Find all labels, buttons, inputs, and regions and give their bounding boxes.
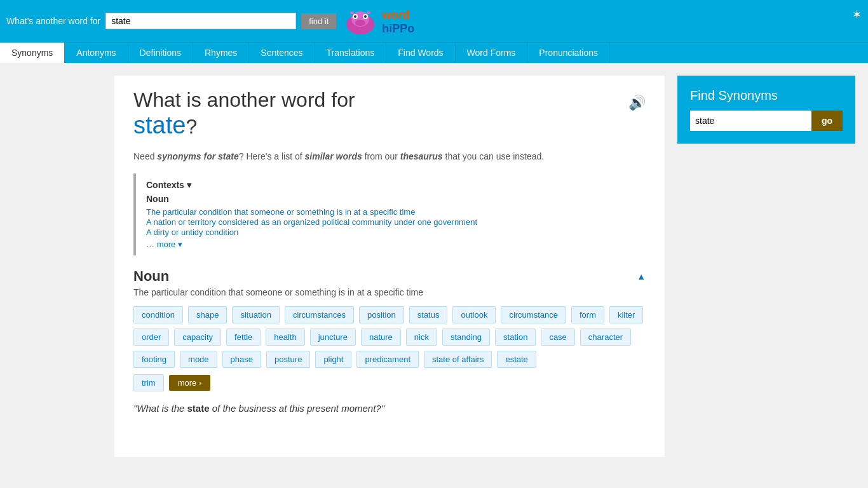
tag-position[interactable]: position (359, 306, 404, 323)
sidebar: Find Synonyms go (677, 76, 855, 457)
tag-health[interactable]: health (266, 329, 304, 346)
tag-circumstances[interactable]: circumstances (285, 306, 354, 323)
search-label: What's another word for (6, 16, 100, 26)
more-button[interactable]: more › (169, 375, 211, 391)
desc-bold3: thesaurus (400, 151, 443, 161)
find-synonyms-title: Find Synonyms (690, 88, 843, 103)
tag-kilter[interactable]: kilter (609, 306, 643, 323)
tag-order[interactable]: order (133, 329, 169, 346)
tag-nick[interactable]: nick (406, 329, 437, 346)
tag-status[interactable]: status (409, 306, 448, 323)
tag-outlook[interactable]: outlook (452, 306, 496, 323)
more-contexts: … more ▾ (146, 240, 635, 249)
contexts-title[interactable]: Contexts ▾ (146, 180, 635, 190)
tag-case[interactable]: case (541, 329, 574, 346)
nav-tabs: Synonyms Antonyms Definitions Rhymes Sen… (0, 42, 868, 63)
svg-point-6 (355, 20, 365, 26)
tag-circumstance[interactable]: circumstance (501, 306, 566, 323)
desc-bold2: similar words (305, 151, 362, 161)
tag-trim[interactable]: trim (133, 374, 164, 391)
logo-text: word hiPPo (382, 7, 414, 35)
tag-station[interactable]: station (495, 329, 536, 346)
tag-form[interactable]: form (571, 306, 604, 323)
word-tags-container: condition shape situation circumstances … (133, 306, 646, 368)
svg-point-5 (364, 15, 367, 18)
more-contexts-link[interactable]: more ▾ (157, 240, 182, 249)
heading-prefix: What is another word for (133, 88, 355, 111)
tag-shape[interactable]: shape (188, 306, 227, 323)
tab-find-words[interactable]: Find Words (386, 43, 455, 63)
find-it-button[interactable]: find it (301, 13, 336, 29)
tag-fettle[interactable]: fettle (226, 329, 261, 346)
noun-label: Noun (133, 268, 169, 285)
context-item-1[interactable]: The particular condition that someone or… (146, 207, 415, 217)
heading-suffix: ? (186, 115, 197, 138)
svg-point-8 (362, 28, 369, 33)
contexts-pos: Noun (146, 194, 635, 204)
svg-rect-10 (367, 11, 370, 14)
collapse-arrow[interactable]: ▲ (637, 271, 646, 281)
tag-plight[interactable]: plight (315, 351, 351, 368)
desc-bold1: synonyms for state (157, 151, 238, 161)
tab-sentences[interactable]: Sentences (249, 43, 315, 63)
tag-predicament[interactable]: predicament (356, 351, 419, 368)
tag-condition[interactable]: condition (133, 306, 183, 323)
description-text: Need synonyms for state? Here's a list o… (133, 149, 646, 163)
tag-nature[interactable]: nature (361, 329, 401, 346)
find-synonyms-box: Find Synonyms go (677, 76, 855, 144)
tag-character[interactable]: character (580, 329, 631, 346)
tag-standing[interactable]: standing (442, 329, 490, 346)
noun-section-title: Noun ▲ (133, 268, 646, 285)
tag-posture[interactable]: posture (266, 351, 310, 368)
tag-juncture[interactable]: juncture (310, 329, 356, 346)
logo-area: word hiPPo (341, 5, 414, 37)
quote-bold-word: state (187, 403, 210, 414)
tag-capacity[interactable]: capacity (174, 329, 221, 346)
tag-mode[interactable]: mode (180, 351, 217, 368)
tab-synonyms[interactable]: Synonyms (0, 43, 65, 63)
main-layout: 🔊 What is another word for state? Need s… (0, 63, 868, 470)
svg-rect-9 (350, 11, 354, 14)
main-search-input[interactable] (105, 13, 296, 29)
content-area: 🔊 What is another word for state? Need s… (114, 76, 665, 457)
tab-definitions[interactable]: Definitions (128, 43, 193, 63)
tag-phase[interactable]: phase (222, 351, 261, 368)
context-item-3[interactable]: A dirty or untidy condition (146, 227, 238, 237)
page-heading: What is another word for state? (133, 88, 646, 139)
svg-point-4 (354, 15, 356, 18)
tag-situation[interactable]: situation (232, 306, 279, 323)
synonym-search-row: go (690, 111, 843, 131)
noun-section-subtitle: The particular condition that someone or… (133, 287, 646, 297)
heading-word: state (133, 112, 186, 139)
tag-footing[interactable]: footing (133, 351, 175, 368)
trim-more-row: trim more › (133, 374, 646, 391)
tab-word-forms[interactable]: Word Forms (456, 43, 528, 63)
tag-state-of-affairs[interactable]: state of affairs (424, 351, 492, 368)
bottom-quote: "What is the state of the business at th… (133, 403, 646, 414)
svg-point-7 (352, 28, 358, 33)
star-icon: ✶ (852, 8, 862, 22)
synonym-search-input[interactable] (690, 111, 811, 131)
tab-translations[interactable]: Translations (315, 43, 387, 63)
tag-estate[interactable]: estate (497, 351, 536, 368)
top-bar: What's another word for find it word hiP… (0, 0, 868, 42)
context-item-2[interactable]: A nation or territory considered as an o… (146, 217, 477, 227)
contexts-box: Contexts ▾ Noun The particular condition… (133, 173, 646, 255)
audio-icon[interactable]: 🔊 (628, 95, 646, 111)
logo-hippo: hiPPo (382, 22, 414, 35)
tab-rhymes[interactable]: Rhymes (193, 43, 249, 63)
logo-word: word (382, 8, 409, 21)
go-button[interactable]: go (811, 111, 843, 131)
tab-antonyms[interactable]: Antonyms (65, 43, 128, 63)
tab-pronunciations[interactable]: Pronunciations (527, 43, 610, 63)
hippo-logo-image (341, 5, 379, 37)
